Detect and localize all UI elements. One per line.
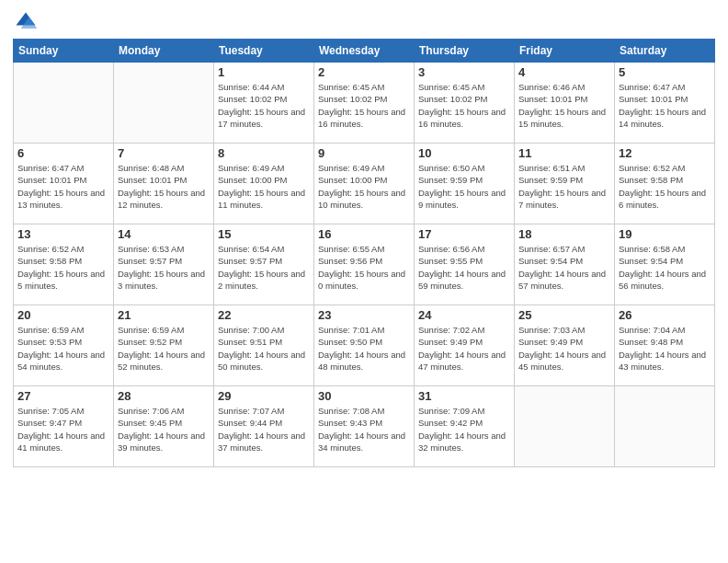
day-cell: 5Sunrise: 6:47 AMSunset: 10:01 PMDayligh… [615,63,715,144]
day-cell: 2Sunrise: 6:45 AMSunset: 10:02 PMDayligh… [314,63,415,144]
day-cell: 4Sunrise: 6:46 AMSunset: 10:01 PMDayligh… [515,63,615,144]
day-number: 5 [619,65,711,79]
day-cell: 7Sunrise: 6:48 AMSunset: 10:01 PMDayligh… [114,144,214,224]
day-number: 31 [418,389,510,403]
day-cell: 17Sunrise: 6:56 AMSunset: 9:55 PMDayligh… [415,224,515,305]
day-info: Sunrise: 6:48 AMSunset: 10:01 PMDaylight… [118,162,210,211]
day-info: Sunrise: 6:49 AMSunset: 10:00 PMDaylight… [218,162,310,211]
day-cell: 21Sunrise: 6:59 AMSunset: 9:52 PMDayligh… [114,305,214,386]
day-number: 28 [118,389,210,403]
day-number: 12 [619,146,711,160]
day-number: 17 [418,227,510,241]
day-number: 6 [17,146,109,160]
day-info: Sunrise: 7:05 AMSunset: 9:47 PMDaylight:… [17,405,109,454]
logo-icon [13,9,39,35]
day-cell: 18Sunrise: 6:57 AMSunset: 9:54 PMDayligh… [515,224,615,305]
day-number: 14 [118,227,210,241]
day-info: Sunrise: 6:59 AMSunset: 9:52 PMDaylight:… [118,324,210,373]
day-info: Sunrise: 6:57 AMSunset: 9:54 PMDaylight:… [518,243,610,292]
calendar-week-row: 6Sunrise: 6:47 AMSunset: 10:01 PMDayligh… [14,144,715,224]
empty-cell [615,386,715,467]
header-row: SundayMondayTuesdayWednesdayThursdayFrid… [14,40,715,63]
day-number: 3 [418,65,510,79]
day-cell: 27Sunrise: 7:05 AMSunset: 9:47 PMDayligh… [14,386,114,467]
day-cell: 26Sunrise: 7:04 AMSunset: 9:48 PMDayligh… [615,305,715,386]
day-info: Sunrise: 6:49 AMSunset: 10:00 PMDaylight… [318,162,410,211]
day-number: 7 [118,146,210,160]
day-number: 23 [318,308,410,322]
day-number: 16 [318,227,410,241]
weekday-header: Thursday [415,40,515,63]
day-number: 1 [218,65,310,79]
empty-cell [515,386,615,467]
day-cell: 9Sunrise: 6:49 AMSunset: 10:00 PMDayligh… [314,144,415,224]
day-info: Sunrise: 6:46 AMSunset: 10:01 PMDaylight… [518,81,610,130]
day-cell: 3Sunrise: 6:45 AMSunset: 10:02 PMDayligh… [415,63,515,144]
page: SundayMondayTuesdayWednesdayThursdayFrid… [0,0,728,563]
day-info: Sunrise: 7:02 AMSunset: 9:49 PMDaylight:… [418,324,510,373]
day-info: Sunrise: 7:00 AMSunset: 9:51 PMDaylight:… [218,324,310,373]
day-number: 2 [318,65,410,79]
day-cell: 6Sunrise: 6:47 AMSunset: 10:01 PMDayligh… [14,144,114,224]
day-cell: 19Sunrise: 6:58 AMSunset: 9:54 PMDayligh… [615,224,715,305]
day-info: Sunrise: 6:56 AMSunset: 9:55 PMDaylight:… [418,243,510,292]
day-cell: 13Sunrise: 6:52 AMSunset: 9:58 PMDayligh… [14,224,114,305]
day-info: Sunrise: 6:58 AMSunset: 9:54 PMDaylight:… [619,243,711,292]
day-number: 25 [518,308,610,322]
day-number: 8 [218,146,310,160]
day-number: 13 [17,227,109,241]
day-cell: 16Sunrise: 6:55 AMSunset: 9:56 PMDayligh… [314,224,415,305]
day-number: 21 [118,308,210,322]
day-cell: 23Sunrise: 7:01 AMSunset: 9:50 PMDayligh… [314,305,415,386]
day-number: 24 [418,308,510,322]
day-number: 4 [518,65,610,79]
day-number: 26 [619,308,711,322]
day-cell: 28Sunrise: 7:06 AMSunset: 9:45 PMDayligh… [114,386,214,467]
weekday-header: Friday [515,40,615,63]
day-number: 11 [518,146,610,160]
weekday-header: Tuesday [214,40,314,63]
calendar-week-row: 20Sunrise: 6:59 AMSunset: 9:53 PMDayligh… [14,305,715,386]
day-info: Sunrise: 7:08 AMSunset: 9:43 PMDaylight:… [318,405,410,454]
day-cell: 10Sunrise: 6:50 AMSunset: 9:59 PMDayligh… [415,144,515,224]
day-cell: 11Sunrise: 6:51 AMSunset: 9:59 PMDayligh… [515,144,615,224]
day-info: Sunrise: 6:59 AMSunset: 9:53 PMDaylight:… [17,324,109,373]
day-info: Sunrise: 6:54 AMSunset: 9:57 PMDaylight:… [218,243,310,292]
day-info: Sunrise: 7:06 AMSunset: 9:45 PMDaylight:… [118,405,210,454]
day-info: Sunrise: 6:45 AMSunset: 10:02 PMDaylight… [318,81,410,130]
day-info: Sunrise: 6:45 AMSunset: 10:02 PMDaylight… [418,81,510,130]
day-cell: 14Sunrise: 6:53 AMSunset: 9:57 PMDayligh… [114,224,214,305]
day-number: 10 [418,146,510,160]
day-info: Sunrise: 7:03 AMSunset: 9:49 PMDaylight:… [518,324,610,373]
weekday-header: Wednesday [314,40,415,63]
day-cell: 1Sunrise: 6:44 AMSunset: 10:02 PMDayligh… [214,63,314,144]
day-info: Sunrise: 7:01 AMSunset: 9:50 PMDaylight:… [318,324,410,373]
day-info: Sunrise: 7:07 AMSunset: 9:44 PMDaylight:… [218,405,310,454]
calendar-week-row: 13Sunrise: 6:52 AMSunset: 9:58 PMDayligh… [14,224,715,305]
day-info: Sunrise: 6:47 AMSunset: 10:01 PMDaylight… [619,81,711,130]
day-info: Sunrise: 7:04 AMSunset: 9:48 PMDaylight:… [619,324,711,373]
day-cell: 8Sunrise: 6:49 AMSunset: 10:00 PMDayligh… [214,144,314,224]
day-number: 19 [619,227,711,241]
day-info: Sunrise: 6:50 AMSunset: 9:59 PMDaylight:… [418,162,510,211]
day-cell: 29Sunrise: 7:07 AMSunset: 9:44 PMDayligh… [214,386,314,467]
calendar-week-row: 27Sunrise: 7:05 AMSunset: 9:47 PMDayligh… [14,386,715,467]
day-info: Sunrise: 6:52 AMSunset: 9:58 PMDaylight:… [17,243,109,292]
day-number: 18 [518,227,610,241]
day-info: Sunrise: 6:51 AMSunset: 9:59 PMDaylight:… [518,162,610,211]
empty-cell [114,63,214,144]
day-cell: 15Sunrise: 6:54 AMSunset: 9:57 PMDayligh… [214,224,314,305]
day-info: Sunrise: 6:44 AMSunset: 10:02 PMDaylight… [218,81,310,130]
weekday-header: Sunday [14,40,114,63]
day-info: Sunrise: 6:52 AMSunset: 9:58 PMDaylight:… [619,162,711,211]
day-number: 30 [318,389,410,403]
day-info: Sunrise: 6:55 AMSunset: 9:56 PMDaylight:… [318,243,410,292]
day-number: 29 [218,389,310,403]
day-number: 22 [218,308,310,322]
day-number: 15 [218,227,310,241]
weekday-header: Monday [114,40,214,63]
calendar-table: SundayMondayTuesdayWednesdayThursdayFrid… [13,39,715,467]
weekday-header: Saturday [615,40,715,63]
day-cell: 12Sunrise: 6:52 AMSunset: 9:58 PMDayligh… [615,144,715,224]
day-cell: 20Sunrise: 6:59 AMSunset: 9:53 PMDayligh… [14,305,114,386]
